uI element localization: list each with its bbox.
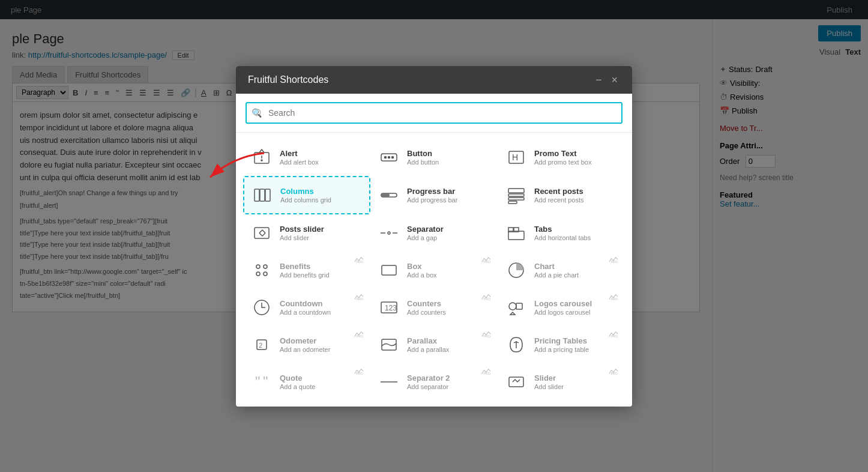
svg-rect-15 [508, 189, 524, 193]
shortcodes-grid: Alert Add alert box Button Add button H [236, 133, 632, 407]
alert-text: Alert Add alert box [280, 149, 364, 166]
svg-text:PRO: PRO [484, 260, 491, 264]
box-icon [377, 258, 401, 282]
svg-text:PRO: PRO [484, 297, 491, 301]
svg-rect-12 [265, 189, 270, 201]
grid-item-benefits[interactable]: PRO Benefits Add benefits grid [243, 252, 370, 289]
svg-point-21 [388, 232, 390, 234]
slider-desc: Add slider [534, 383, 618, 390]
box-text: Box Add a box [407, 262, 491, 279]
grid-item-box[interactable]: PRO Box Add a box [370, 252, 498, 289]
svg-point-29 [256, 272, 260, 276]
tabs-text: Tabs Add horizontal tabs [534, 225, 618, 241]
grid-item-alert[interactable]: Alert Add alert box [243, 139, 370, 176]
grid-item-progress-bar[interactable]: Progress bar Add progress bar [370, 176, 498, 214]
modal-search-area: 🔍 [236, 94, 632, 133]
grid-item-logos-carousel[interactable]: PRO Logos carousel Add logos carousel [498, 289, 625, 326]
tabs-desc: Add horizontal tabs [534, 234, 618, 241]
modal-overlay: Fruitful Shortcodes − × 🔍 Alert A [0, 0, 868, 472]
svg-point-6 [388, 156, 390, 158]
alert-icon [250, 145, 274, 169]
search-input[interactable] [246, 102, 622, 124]
svg-point-3 [261, 160, 262, 161]
fruitful-shortcodes-modal: Fruitful Shortcodes − × 🔍 Alert A [236, 66, 632, 407]
promo-text-desc: Add promo text box [534, 159, 618, 166]
chart-pro-badge: PRO [607, 256, 619, 264]
posts-slider-desc: Add slider [280, 234, 364, 241]
svg-rect-14 [381, 193, 390, 197]
logos-carousel-icon [504, 295, 528, 319]
grid-item-tabs[interactable]: Tabs Add horizontal tabs [498, 214, 625, 252]
svg-text:PRO: PRO [357, 260, 364, 264]
posts-slider-title: Posts slider [280, 225, 364, 234]
separator2-text: Separator 2 Add separator [407, 374, 491, 390]
progress-bar-desc: Add progress bar [407, 196, 491, 204]
search-icon: 🔍 [252, 108, 262, 118]
grid-item-odometer[interactable]: PRO 2 Odometer Add an odometer [243, 326, 370, 363]
recent-posts-text: Recent posts Add recent posts [534, 187, 618, 204]
box-pro-badge: PRO [480, 256, 492, 264]
pricing-tables-desc: Add a pricing table [534, 346, 618, 353]
grid-item-pricing-tables[interactable]: PRO Pricing Tables Add a pricing table [498, 326, 625, 363]
pricing-tables-title: Pricing Tables [534, 336, 618, 345]
counters-title: Counters [407, 299, 491, 308]
svg-text:H: H [512, 153, 518, 162]
separator-text: Separator Add a gap [407, 225, 491, 241]
benefits-title: Benefits [280, 262, 364, 271]
grid-item-parallax[interactable]: PRO Parallax Add a parallax [370, 326, 498, 363]
svg-rect-16 [508, 194, 524, 196]
progress-bar-title: Progress bar [407, 187, 491, 196]
countdown-desc: Add a countdown [280, 309, 364, 316]
pricing-tables-text: Pricing Tables Add a pricing table [534, 336, 618, 353]
grid-item-button[interactable]: Button Add button [370, 139, 498, 176]
promo-text-icon: H [504, 145, 528, 169]
separator2-icon [377, 370, 401, 394]
slider-text: Slider Add slider [534, 374, 618, 390]
quote-title: Quote [280, 374, 364, 383]
progress-bar-text: Progress bar Add progress bar [407, 187, 491, 204]
svg-text:PRO: PRO [611, 334, 618, 338]
parallax-pro-badge: PRO [480, 330, 492, 339]
odometer-icon: 2 [250, 333, 274, 357]
svg-text:PRO: PRO [611, 297, 618, 301]
counters-icon: 123 [377, 295, 401, 319]
grid-item-quote[interactable]: PRO "" Quote Add a quote [243, 363, 370, 401]
parallax-desc: Add a parallax [407, 346, 491, 353]
progress-bar-icon [377, 183, 401, 207]
grid-item-posts-slider[interactable]: Posts slider Add slider [243, 214, 370, 252]
grid-item-counters[interactable]: PRO 123 Counters Add counters [370, 289, 498, 326]
quote-desc: Add a quote [280, 383, 364, 390]
grid-item-promo-text[interactable]: H Promo Text Add promo text box [498, 139, 625, 176]
grid-item-slider[interactable]: PRO Slider Add slider [498, 363, 625, 401]
svg-text:": " [263, 374, 268, 390]
separator2-title: Separator 2 [407, 374, 491, 383]
recent-posts-desc: Add recent posts [534, 196, 618, 204]
countdown-icon [250, 295, 274, 319]
grid-item-separator[interactable]: Separator Add a gap [370, 214, 498, 252]
slider-pro-badge: PRO [607, 368, 619, 376]
svg-rect-18 [508, 201, 517, 204]
box-desc: Add a box [407, 271, 491, 279]
grid-item-countdown[interactable]: PRO Countdown Add a countdown [243, 289, 370, 326]
odometer-pro-badge: PRO [353, 330, 365, 339]
countdown-title: Countdown [280, 299, 364, 308]
alert-desc: Add alert box [280, 159, 364, 166]
grid-item-columns[interactable]: Columns Add columns grid [243, 176, 370, 214]
grid-item-chart[interactable]: PRO Chart Add a pie chart [498, 252, 625, 289]
svg-text:PRO: PRO [357, 334, 364, 338]
grid-item-recent-posts[interactable]: Recent posts Add recent posts [498, 176, 625, 214]
svg-point-7 [392, 156, 394, 158]
modal-title: Fruitful Shortcodes [248, 74, 328, 85]
modal-close-button[interactable]: × [609, 74, 620, 85]
svg-marker-43 [510, 312, 515, 315]
button-desc: Add button [407, 159, 491, 166]
quote-icon: "" [250, 370, 274, 394]
benefits-icon [250, 258, 274, 282]
counters-desc: Add counters [407, 309, 491, 316]
svg-point-41 [509, 303, 516, 310]
columns-desc: Add columns grid [280, 196, 363, 204]
svg-rect-19 [255, 228, 269, 238]
grid-item-separator2[interactable]: PRO Separator 2 Add separator [370, 363, 498, 401]
svg-point-5 [385, 156, 387, 158]
modal-minimize-button[interactable]: − [593, 74, 604, 85]
